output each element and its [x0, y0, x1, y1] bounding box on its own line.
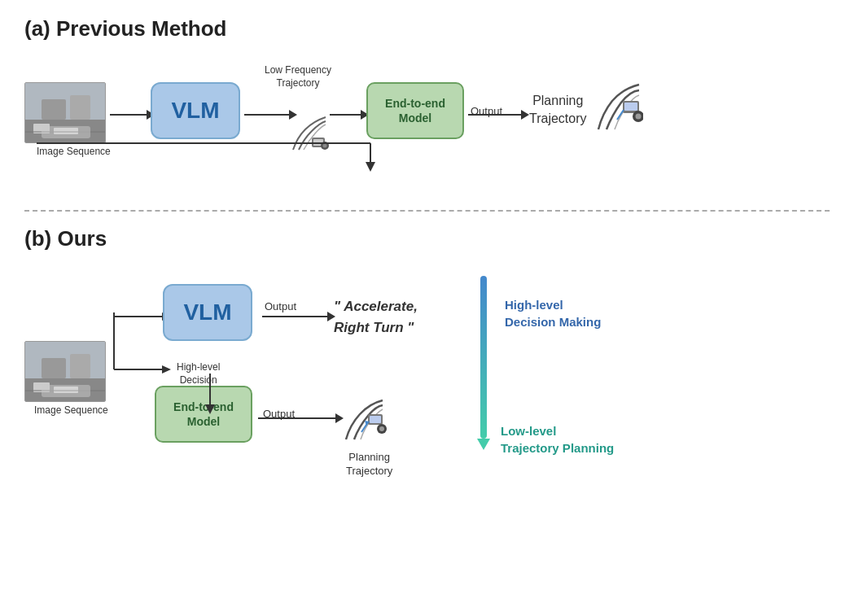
part-b-img-label: Image Sequence [34, 404, 108, 416]
part-b-arrow-e2e-out [258, 413, 344, 423]
part-b-img-thumb [24, 341, 106, 402]
part-b-title: (b) Ours [24, 226, 830, 251]
part-a-plan-traj-label: Planning Trajectory [529, 92, 587, 129]
part-a-img-thumb [24, 82, 106, 143]
svg-rect-20 [42, 358, 66, 378]
part-b-vlm-box: VLM [163, 284, 252, 341]
part-a-arrow-img-vlm [110, 110, 155, 120]
part-a-section: (a) Previous Method Image Sequence [24, 16, 830, 195]
part-a-e2e-box: End-to-end Model [366, 82, 464, 139]
part-b-plan-traj-label: Planning Trajectory [346, 451, 392, 478]
svg-rect-23 [54, 387, 78, 393]
part-a-content: Image Sequence VLM Low Frequency Traject… [24, 50, 830, 212]
svg-point-14 [636, 114, 642, 120]
part-a-road-icon-2 [594, 81, 643, 137]
part-b-section: (b) Ours Image Sequence [24, 226, 830, 503]
svg-rect-5 [54, 128, 78, 134]
part-b-low-level-label: Low-level Trajectory Planning [501, 422, 614, 457]
part-a-lft-label: Low Frequency Trajectory [265, 64, 331, 90]
svg-rect-2 [42, 99, 66, 120]
street-scene-icon-b [25, 342, 106, 402]
svg-rect-12 [624, 103, 637, 111]
street-scene-icon-a [25, 83, 106, 143]
part-b-vlm-label: VLM [163, 284, 252, 341]
part-a-vlm-box: VLM [151, 82, 240, 139]
svg-rect-35 [370, 416, 381, 423]
svg-marker-33 [205, 404, 215, 414]
part-b-road-icon [342, 396, 387, 447]
svg-point-37 [379, 426, 384, 431]
part-b-output-label-1: Output [265, 300, 296, 312]
part-b-content: Image Sequence [24, 260, 830, 520]
part-b-high-level-label: High-level Decision Making [505, 296, 601, 330]
part-a-image-sequence [24, 82, 106, 143]
part-b-image-sequence [24, 341, 106, 402]
diagram-container: (a) Previous Method Image Sequence [0, 0, 854, 616]
svg-marker-17 [366, 162, 375, 172]
svg-rect-3 [70, 95, 90, 120]
part-b-high-decision-label: High-level Decision [175, 361, 220, 387]
part-a-vlm-label: VLM [151, 82, 240, 139]
part-a-feedback-arrow [33, 139, 399, 180]
part-b-accel-text: " Accelerate, Right Turn " [334, 296, 418, 338]
svg-marker-30 [162, 365, 171, 374]
part-b-arrow-vlm-out [262, 312, 335, 321]
svg-rect-21 [70, 354, 90, 378]
part-b-gradient-bar [480, 276, 487, 439]
part-a-e2e-label: End-to-end Model [366, 82, 464, 139]
part-a-arrow-e2e-out [468, 110, 529, 120]
part-a-title: (a) Previous Method [24, 16, 830, 42]
part-a-arrow-lft-e2e [330, 110, 369, 120]
